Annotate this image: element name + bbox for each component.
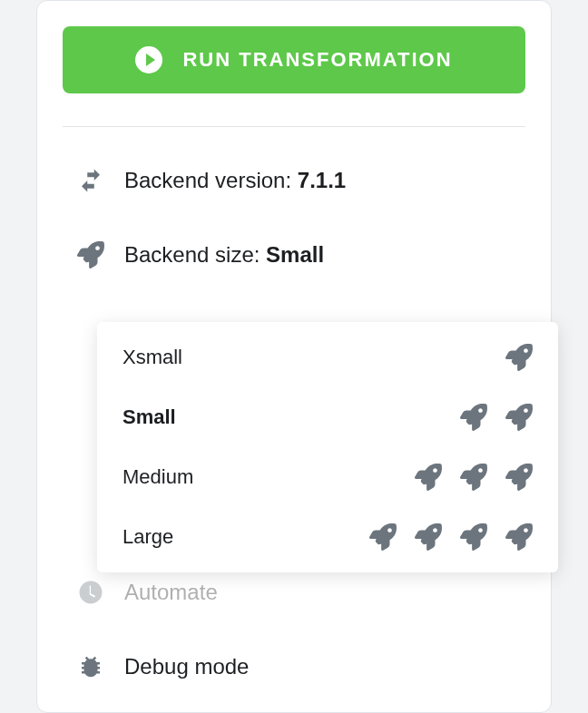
rocket-icon (369, 523, 397, 551)
size-option-rockets (369, 523, 533, 551)
backend-version-row[interactable]: Backend version: 7.1.1 (63, 167, 525, 194)
rocket-icon (460, 523, 487, 551)
size-option-label: Large (122, 525, 173, 549)
backend-size-text: Backend size: Small (124, 242, 324, 268)
rocket-icon (460, 404, 487, 431)
size-option-rockets (505, 344, 533, 371)
automate-label: Automate (124, 580, 218, 605)
size-option-medium[interactable]: Medium (97, 447, 558, 507)
rocket-icon (505, 344, 533, 371)
size-option-label: Medium (122, 465, 193, 489)
run-button-label: RUN TRANSFORMATION (182, 48, 452, 72)
size-option-rockets (415, 464, 533, 491)
backend-size-row[interactable]: Backend size: Small (63, 241, 525, 269)
automate-row[interactable]: Automate (63, 579, 525, 606)
rocket-icon (415, 523, 442, 551)
run-transformation-button[interactable]: RUN TRANSFORMATION (63, 26, 525, 93)
size-option-label: Xsmall (122, 346, 182, 369)
play-icon (135, 46, 162, 73)
backend-version-text: Backend version: 7.1.1 (124, 168, 346, 193)
swap-arrows-icon (75, 167, 106, 194)
rocket-icon (75, 241, 106, 269)
size-option-xsmall[interactable]: Xsmall (97, 327, 558, 387)
clock-icon (75, 579, 106, 606)
rocket-icon (460, 464, 487, 491)
rocket-icon (415, 464, 442, 491)
divider (63, 126, 525, 127)
rocket-icon (505, 464, 533, 491)
rocket-icon (505, 523, 533, 551)
size-option-large[interactable]: Large (97, 507, 558, 567)
debug-mode-label: Debug mode (124, 654, 249, 679)
size-option-small[interactable]: Small (97, 387, 558, 447)
rocket-icon (505, 404, 533, 431)
size-option-label: Small (122, 405, 176, 429)
size-option-rockets (460, 404, 533, 431)
bug-icon (75, 653, 106, 680)
backend-size-dropdown: XsmallSmallMediumLarge (97, 322, 558, 572)
debug-mode-row[interactable]: Debug mode (63, 653, 525, 680)
panel-card: RUN TRANSFORMATION Backend version: 7.1.… (36, 0, 552, 713)
